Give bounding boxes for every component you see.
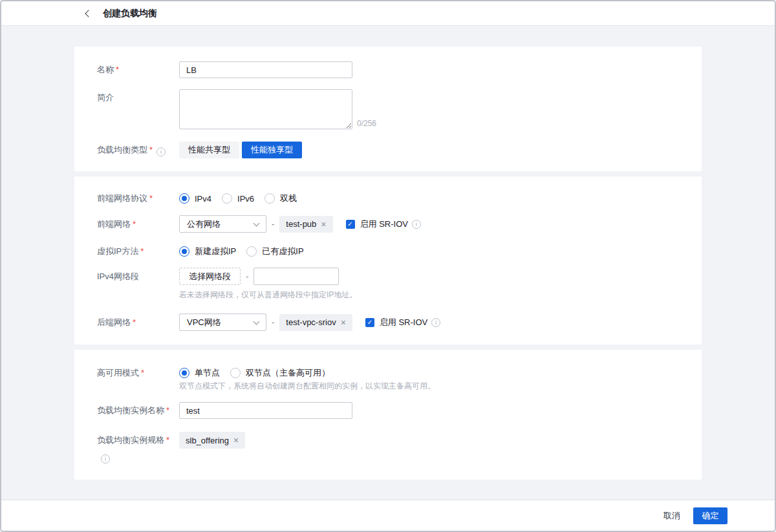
dash-separator: - bbox=[272, 219, 274, 229]
frontend-sriov-checkbox[interactable]: ✓ 启用 SR-IOV i bbox=[346, 218, 421, 230]
radio-indicator bbox=[179, 246, 189, 257]
name-input[interactable] bbox=[179, 61, 352, 78]
instance-name-label: 负载均衡实例名称* bbox=[97, 402, 179, 419]
page-header: 创建负载均衡 bbox=[1, 1, 775, 26]
select-value: VPC网络 bbox=[187, 317, 221, 328]
lb-type-segment: 性能共享型 性能独享型 bbox=[179, 142, 302, 158]
select-cidr-button[interactable]: 选择网络段 bbox=[179, 268, 241, 285]
radio-single-node[interactable]: 单节点 bbox=[179, 367, 220, 379]
radio-label: 新建虚拟IP bbox=[195, 246, 236, 257]
protocol-label: 前端网络协议* bbox=[97, 193, 179, 204]
back-icon[interactable] bbox=[81, 7, 94, 20]
description-textarea[interactable] bbox=[179, 89, 352, 129]
info-icon[interactable]: i bbox=[412, 220, 421, 229]
name-row: 名称* bbox=[97, 61, 679, 78]
dash-separator: - bbox=[246, 271, 248, 281]
required-star: * bbox=[149, 145, 153, 154]
info-icon[interactable]: i bbox=[156, 147, 166, 156]
select-value: 公有网络 bbox=[187, 218, 221, 230]
required-star: * bbox=[141, 368, 144, 378]
backend-network-select[interactable]: VPC网络 bbox=[179, 314, 266, 331]
chevron-down-icon bbox=[253, 220, 260, 226]
radio-label: 已有虚拟IP bbox=[262, 246, 303, 257]
network-card: 前端网络协议* IPv4 IPv6 双栈 前端网络* 公有网络 - bbox=[74, 176, 702, 345]
create-load-balancer-page: 创建负载均衡 名称* 简介 0/256 负载均衡类型*i bbox=[0, 0, 776, 532]
ipv4-cidr-row: IPv4网络段 选择网络段 - 若未选择网络段，仅可从普通网络段中指定IP地址。 bbox=[97, 268, 679, 299]
ha-help-text: 双节点模式下，系统将自动创建两台配置相同的实例，以实现主备高可用。 bbox=[179, 381, 435, 390]
frontend-network-row: 前端网络* 公有网络 - test-pub× ✓ 启用 SR-IOV i bbox=[97, 215, 679, 233]
tag-label: test-vpc-sriov bbox=[286, 317, 336, 327]
radio-existing-vip[interactable]: 已有虚拟IP bbox=[246, 246, 303, 257]
radio-dual-stack[interactable]: 双栈 bbox=[264, 193, 297, 204]
description-label: 简介 bbox=[97, 89, 179, 106]
radio-indicator bbox=[246, 246, 257, 257]
info-icon[interactable]: i bbox=[101, 454, 110, 463]
description-row: 简介 0/256 bbox=[97, 89, 679, 129]
tag-close-icon[interactable]: × bbox=[341, 318, 346, 327]
required-star: * bbox=[116, 65, 119, 74]
radio-ipv6[interactable]: IPv6 bbox=[222, 193, 254, 204]
dash-separator: - bbox=[272, 317, 274, 327]
ha-mode-radio-group: 单节点 双节点（主备高可用） bbox=[179, 367, 330, 379]
checkbox-label: 启用 SR-IOV bbox=[360, 218, 408, 230]
radio-dual-node[interactable]: 双节点（主备高可用） bbox=[230, 367, 330, 379]
required-star: * bbox=[149, 193, 153, 203]
name-label: 名称* bbox=[97, 61, 179, 78]
radio-label: 单节点 bbox=[195, 367, 220, 379]
radio-label: IPv4 bbox=[195, 194, 211, 204]
backend-network-row: 后端网络* VPC网络 - test-vpc-sriov× ✓ 启用 SR-IO… bbox=[97, 314, 679, 331]
ipv4-cidr-label: IPv4网络段 bbox=[97, 268, 179, 285]
radio-ipv4[interactable]: IPv4 bbox=[179, 193, 211, 204]
frontend-network-select[interactable]: 公有网络 bbox=[179, 215, 266, 233]
cidr-ip-input[interactable] bbox=[253, 268, 339, 285]
protocol-row: 前端网络协议* IPv4 IPv6 双栈 bbox=[97, 193, 679, 204]
tag-label: test-pub bbox=[286, 219, 316, 229]
backend-sriov-checkbox[interactable]: ✓ 启用 SR-IOV i bbox=[365, 317, 440, 328]
info-icon[interactable]: i bbox=[431, 318, 440, 327]
radio-label: 双栈 bbox=[280, 193, 297, 204]
checkbox-checked-icon: ✓ bbox=[365, 318, 374, 327]
backend-network-label: 后端网络* bbox=[97, 314, 179, 331]
radio-indicator bbox=[264, 193, 275, 204]
vip-method-label: 虚拟IP方法* bbox=[97, 246, 179, 257]
vip-method-radio-group: 新建虚拟IP 已有虚拟IP bbox=[179, 246, 304, 257]
required-star: * bbox=[133, 317, 136, 327]
vip-method-row: 虚拟IP方法* 新建虚拟IP 已有虚拟IP bbox=[97, 246, 679, 257]
instance-card: 高可用模式* 单节点 双节点（主备高可用） 双节点模式下，系统将自动创建两台配置… bbox=[74, 350, 702, 480]
backend-network-tag: test-vpc-sriov× bbox=[279, 314, 352, 331]
form-content: 名称* 简介 0/256 负载均衡类型*i 性能共享型 性能独享型 bbox=[1, 26, 775, 500]
radio-indicator bbox=[222, 193, 232, 204]
page-title: 创建负载均衡 bbox=[103, 8, 157, 19]
instance-spec-row: 负载均衡实例规格*i slb_offering× bbox=[97, 432, 679, 465]
footer-action-bar: 取消 确定 bbox=[1, 500, 775, 531]
checkbox-label: 启用 SR-IOV bbox=[380, 317, 427, 328]
char-counter: 0/256 bbox=[357, 119, 376, 129]
radio-indicator bbox=[179, 368, 189, 378]
lb-type-label: 负载均衡类型*i bbox=[97, 142, 179, 158]
radio-indicator bbox=[179, 193, 189, 204]
radio-label: IPv6 bbox=[237, 194, 254, 204]
radio-indicator bbox=[230, 368, 241, 378]
checkbox-checked-icon: ✓ bbox=[346, 220, 355, 229]
lb-type-shared-button[interactable]: 性能共享型 bbox=[179, 142, 239, 158]
required-star: * bbox=[166, 435, 169, 445]
basic-info-card: 名称* 简介 0/256 负载均衡类型*i 性能共享型 性能独享型 bbox=[74, 47, 702, 171]
ha-mode-label: 高可用模式* bbox=[97, 367, 179, 379]
lb-type-row: 负载均衡类型*i 性能共享型 性能独享型 bbox=[97, 142, 679, 158]
instance-spec-tag: slb_offering× bbox=[179, 432, 245, 449]
radio-label: 双节点（主备高可用） bbox=[246, 367, 330, 379]
ha-mode-row: 高可用模式* 单节点 双节点（主备高可用） 双节点模式下，系统将自动创建两台配置… bbox=[97, 367, 679, 390]
instance-name-input[interactable] bbox=[179, 402, 352, 419]
frontend-network-label: 前端网络* bbox=[97, 215, 179, 233]
frontend-network-tag: test-pub× bbox=[279, 216, 332, 233]
lb-type-dedicated-button[interactable]: 性能独享型 bbox=[242, 142, 302, 158]
required-star: * bbox=[140, 246, 144, 256]
tag-label: slb_offering bbox=[186, 436, 229, 445]
tag-close-icon[interactable]: × bbox=[233, 436, 239, 445]
required-star: * bbox=[133, 219, 136, 229]
tag-close-icon[interactable]: × bbox=[321, 220, 326, 229]
instance-name-row: 负载均衡实例名称* bbox=[97, 402, 679, 419]
radio-new-vip[interactable]: 新建虚拟IP bbox=[179, 246, 236, 257]
confirm-button[interactable]: 确定 bbox=[693, 507, 727, 524]
cancel-button[interactable]: 取消 bbox=[663, 510, 680, 522]
